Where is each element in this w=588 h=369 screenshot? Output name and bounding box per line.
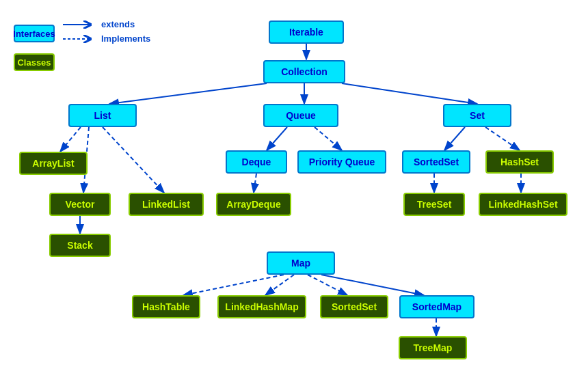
svg-line-3 (109, 83, 267, 104)
node-sortedset2: SortedSet (320, 295, 388, 318)
node-queue: Queue (263, 104, 338, 127)
node-collection: Collection (263, 60, 345, 83)
svg-line-18 (265, 275, 294, 295)
node-arraylist: ArrayList (19, 152, 88, 175)
svg-line-11 (254, 174, 256, 193)
legend-class-box: Classes (14, 53, 55, 71)
node-linkedhashmap: LinkedHashMap (217, 295, 306, 318)
legend: Interfaces extends Implements Classes (14, 19, 150, 77)
node-sortedmap: SortedMap (399, 295, 475, 318)
node-arraydeque: ArrayDeque (216, 193, 291, 216)
node-stack: Stack (49, 234, 111, 257)
implements-label: Implements (101, 33, 150, 44)
node-treemap: TreeMap (399, 336, 467, 359)
svg-line-10 (315, 127, 342, 150)
node-set: Set (443, 104, 511, 127)
diagram-container: Interfaces extends Implements Classes (0, 0, 588, 369)
node-hashset: HashSet (485, 150, 554, 174)
svg-line-5 (342, 83, 477, 104)
svg-line-6 (60, 127, 81, 152)
node-deque: Deque (226, 150, 287, 174)
svg-line-12 (444, 127, 465, 150)
extends-label: extends (101, 19, 135, 29)
node-treeset: TreeSet (403, 193, 465, 216)
svg-line-20 (321, 275, 424, 295)
node-linkedlist: LinkedList (129, 193, 204, 216)
legend-interface-box: Interfaces (14, 25, 55, 42)
svg-line-9 (267, 127, 287, 150)
node-list: List (68, 104, 137, 127)
svg-line-8 (103, 127, 164, 193)
node-map: Map (267, 251, 335, 275)
svg-line-17 (183, 275, 284, 295)
node-sortedset: SortedSet (402, 150, 470, 174)
svg-line-13 (485, 127, 520, 150)
svg-line-19 (308, 275, 347, 295)
node-linkedhashset: LinkedHashSet (479, 193, 567, 216)
node-vector: Vector (49, 193, 111, 216)
node-priorityqueue: Priority Queue (297, 150, 386, 174)
node-iterable: Iterable (269, 20, 344, 44)
node-hashtable: HashTable (132, 295, 200, 318)
